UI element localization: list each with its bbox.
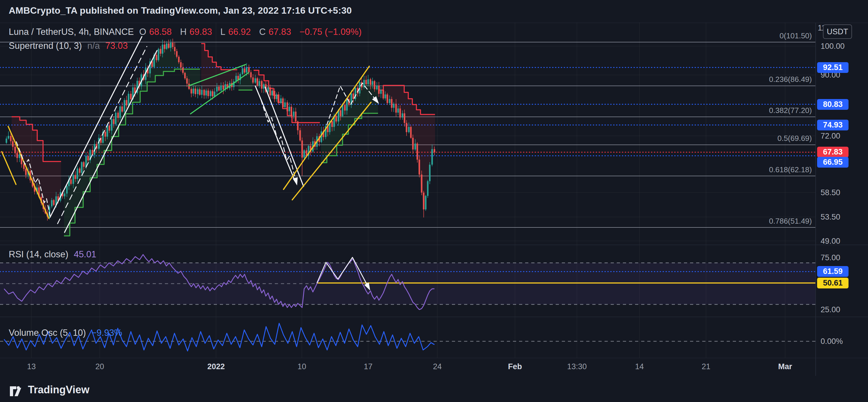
footer-bar: TradingView bbox=[0, 376, 868, 402]
symbol-title: Luna / TetherUS, 4h, BINANCE bbox=[9, 27, 134, 37]
ohlc-high: H69.83 bbox=[180, 27, 215, 37]
vosc-axis-label: 0.00% bbox=[820, 337, 843, 346]
currency-toggle-button[interactable]: USDT bbox=[823, 24, 852, 39]
rsi-value: 45.01 bbox=[74, 249, 97, 259]
price-alert-pill: 74.93 bbox=[817, 120, 848, 130]
rsi-alert-pill: 61.59 bbox=[817, 266, 848, 277]
rsi-name: RSI (14, close) bbox=[9, 249, 68, 259]
price-alert-pill: 67.83 bbox=[817, 147, 848, 158]
tradingview-logo-icon bbox=[9, 382, 24, 397]
rsi-legend-row[interactable]: RSI (14, close) 45.01 bbox=[9, 249, 99, 260]
tradingview-published-chart: AMBCrypto_TA published on TradingView.co… bbox=[0, 0, 868, 402]
supertrend-value: 73.03 bbox=[105, 41, 128, 51]
tradingview-brand[interactable]: TradingView bbox=[9, 382, 89, 397]
price-axis-label: 53.50 bbox=[820, 213, 840, 222]
fib-level-label: 0.618(62.18) bbox=[769, 165, 812, 176]
price-axis-label: 72.00 bbox=[820, 131, 840, 140]
fib-level-label: 0.382(77.20) bbox=[769, 106, 812, 117]
vosc-legend-row[interactable]: Volume Osc (5, 10) −9.93% bbox=[9, 328, 125, 338]
price-axis-label: 49.00 bbox=[820, 236, 840, 245]
symbol-legend-row[interactable]: Luna / TetherUS, 4h, BINANCE O68.58 H69.… bbox=[9, 27, 365, 37]
price-axis-label: 58.50 bbox=[820, 188, 840, 197]
supertrend-name: Supertrend (10, 3) bbox=[9, 41, 82, 51]
vosc-value: −9.93% bbox=[91, 328, 122, 338]
vosc-name: Volume Osc (5, 10) bbox=[9, 328, 86, 338]
rsi-alert-pill: 50.61 bbox=[817, 278, 848, 289]
time-axis[interactable] bbox=[0, 358, 868, 376]
price-alert-pill: 80.83 bbox=[817, 99, 848, 110]
change-value: −0.75 (−1.09%) bbox=[300, 27, 362, 37]
price-alert-pill: 92.51 bbox=[817, 62, 848, 73]
rsi-axis-label: 75.00 bbox=[820, 253, 840, 262]
price-alert-pill: 66.95 bbox=[817, 157, 848, 168]
fib-level-label: 0.236(86.49) bbox=[769, 75, 812, 86]
ohlc-close: C67.83 bbox=[259, 27, 294, 37]
ohlc-open: O68.58 bbox=[139, 27, 175, 37]
supertrend-na: n/a bbox=[87, 41, 100, 51]
ohlc-low: L66.92 bbox=[220, 27, 254, 37]
fib-level-label: 0(101.50) bbox=[780, 31, 812, 42]
supertrend-legend-row[interactable]: Supertrend (10, 3) n/a 73.03 bbox=[9, 41, 131, 51]
price-axis-label: 100.00 bbox=[820, 42, 845, 51]
fib-level-label: 0.786(51.49) bbox=[769, 217, 812, 228]
chart-canvas[interactable] bbox=[0, 0, 868, 376]
tradingview-logo-text: TradingView bbox=[28, 384, 89, 396]
fib-level-label: 0.5(69.69) bbox=[777, 134, 812, 145]
rsi-axis-label: 25.00 bbox=[820, 305, 840, 314]
